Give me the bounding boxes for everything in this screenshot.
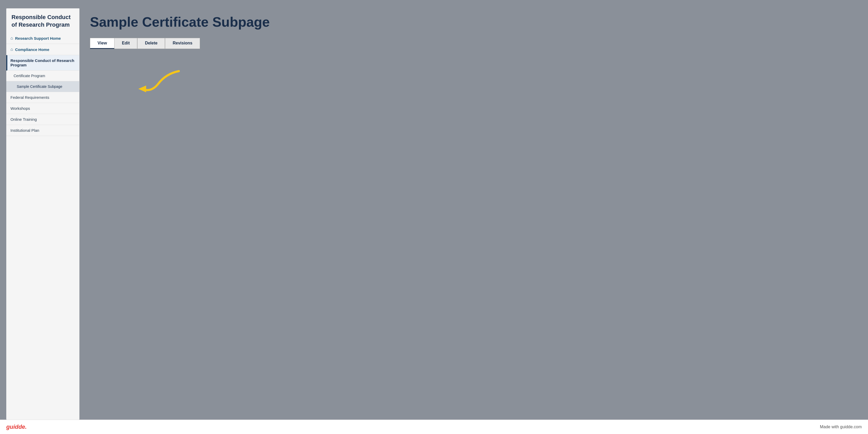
- sidebar-label-sample-certificate-subpage: Sample Certificate Subpage: [17, 85, 62, 89]
- sidebar-item-institutional-plan[interactable]: Institutional Plan: [6, 125, 79, 136]
- sidebar-item-workshops[interactable]: Workshops: [6, 103, 79, 114]
- sidebar-nav: ⌂ Research Support Home ⌂ Compliance Hom…: [6, 33, 79, 136]
- sidebar-label-online-training: Online Training: [10, 117, 37, 122]
- svg-marker-0: [138, 86, 146, 92]
- sidebar-link-institutional-plan[interactable]: Institutional Plan: [6, 125, 79, 136]
- sidebar-item-compliance-home[interactable]: ⌂ Compliance Home: [6, 44, 79, 55]
- sidebar-link-compliance-home[interactable]: ⌂ Compliance Home: [6, 44, 79, 55]
- sidebar-link-rcrp[interactable]: Responsible Conduct of Research Program: [7, 55, 79, 70]
- tab-delete[interactable]: Delete: [137, 38, 165, 49]
- sidebar-link-federal-requirements[interactable]: Federal Requirements: [6, 92, 79, 103]
- sidebar: Responsible Conduct of Research Program …: [6, 8, 80, 420]
- arrow-annotation: [132, 66, 184, 97]
- footer: guidde. Made with guidde.com: [0, 420, 868, 434]
- sidebar-item-rcrp[interactable]: Responsible Conduct of Research Program: [6, 55, 79, 70]
- main-content: Sample Certificate Subpage View Edit Del…: [80, 8, 868, 420]
- tab-edit[interactable]: Edit: [114, 38, 137, 49]
- sidebar-link-online-training[interactable]: Online Training: [6, 114, 79, 125]
- sidebar-label-compliance-home: Compliance Home: [15, 47, 50, 52]
- sidebar-link-sample-certificate-subpage[interactable]: Sample Certificate Subpage: [6, 81, 79, 92]
- page-title: Sample Certificate Subpage: [90, 14, 858, 30]
- sidebar-link-workshops[interactable]: Workshops: [6, 103, 79, 114]
- sidebar-label-rcrp: Responsible Conduct of Research Program: [10, 58, 75, 67]
- sidebar-title: Responsible Conduct of Research Program: [6, 8, 79, 33]
- action-tabs: View Edit Delete Revisions: [90, 38, 858, 49]
- home-icon-2: ⌂: [10, 47, 13, 52]
- home-icon: ⌂: [10, 36, 13, 40]
- footer-logo: guidde.: [6, 424, 27, 430]
- sidebar-label-federal-requirements: Federal Requirements: [10, 95, 49, 100]
- arrow-svg: [132, 66, 184, 97]
- sidebar-link-research-support-home[interactable]: ⌂ Research Support Home: [6, 33, 79, 44]
- sidebar-link-certificate-program[interactable]: Certificate Program: [6, 70, 79, 81]
- sidebar-item-online-training[interactable]: Online Training: [6, 114, 79, 125]
- tab-revisions[interactable]: Revisions: [165, 38, 200, 49]
- footer-made-with: Made with guidde.com: [820, 425, 862, 429]
- sidebar-item-certificate-program[interactable]: Certificate Program: [6, 70, 79, 81]
- sidebar-label-certificate-program: Certificate Program: [13, 74, 45, 78]
- sidebar-item-federal-requirements[interactable]: Federal Requirements: [6, 92, 79, 103]
- sidebar-label-workshops: Workshops: [10, 106, 30, 111]
- sidebar-item-sample-certificate-subpage[interactable]: Sample Certificate Subpage: [6, 81, 79, 92]
- tab-view[interactable]: View: [90, 38, 114, 49]
- sidebar-item-research-support-home[interactable]: ⌂ Research Support Home: [6, 33, 79, 44]
- sidebar-label-institutional-plan: Institutional Plan: [10, 128, 39, 132]
- sidebar-label-research-support-home: Research Support Home: [15, 36, 61, 40]
